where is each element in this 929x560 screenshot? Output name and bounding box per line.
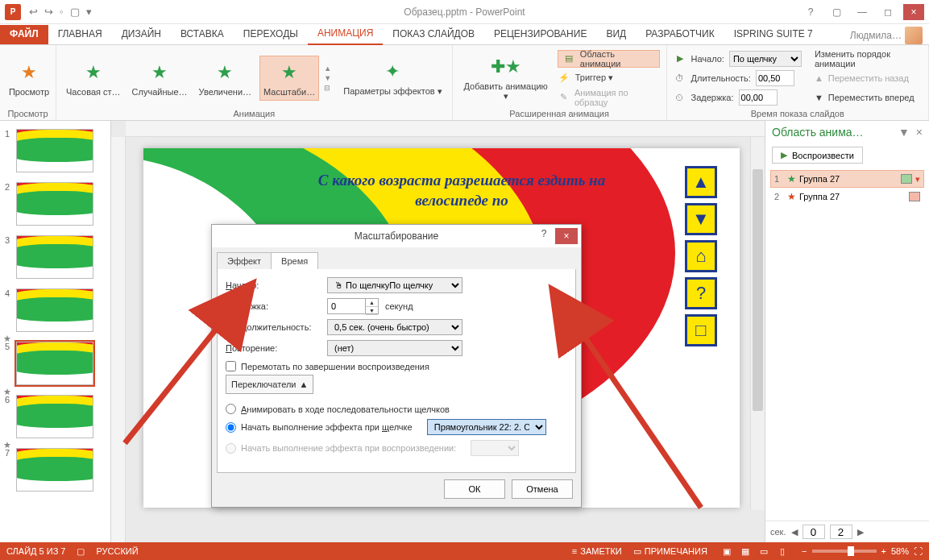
thumb-slide-2[interactable] [16, 182, 93, 226]
animation-pane-button[interactable]: ▤Область анимации [558, 50, 660, 68]
trigger-button[interactable]: ⚡Триггер ▾ [558, 69, 660, 87]
language-indicator[interactable]: РУССКИЙ [96, 546, 138, 556]
nav-up-button[interactable]: ▲ [685, 166, 717, 198]
dialog-tab-time[interactable]: Время [271, 252, 318, 269]
gallery-down-icon[interactable]: ▼ [324, 74, 335, 82]
anim-item-2[interactable]: 2 ★ Группа 27 [770, 188, 924, 205]
anim-clock[interactable]: ★Часовая ст… [63, 56, 124, 100]
gallery-more-icon[interactable]: ⊟ [324, 84, 335, 92]
nav-down-button[interactable]: ▼ [685, 203, 717, 235]
anim-scale[interactable]: ★Масштаби… [259, 56, 319, 101]
nav-home-button[interactable]: ⌂ [685, 240, 717, 272]
tab-ispring[interactable]: ISPRING SUITE 7 [724, 25, 823, 44]
gallery-up-icon[interactable]: ▲ [324, 64, 335, 73]
pane-dropdown-icon[interactable]: ▼ [898, 126, 910, 139]
dlg-delay-input[interactable] [327, 298, 366, 314]
anim-item-1[interactable]: 1 ★ Группа 27 ▾ [770, 170, 924, 188]
timeline-end-input[interactable] [830, 525, 852, 539]
thumb-number: 5 [5, 342, 13, 351]
timeline-start-input[interactable] [803, 525, 825, 539]
account-user[interactable]: Людмила… [850, 27, 929, 44]
tab-file[interactable]: ФАЙЛ [0, 25, 48, 44]
app-icon: P [5, 4, 21, 20]
qat-start-icon[interactable]: ◦ [60, 6, 64, 18]
qat-undo-icon[interactable]: ↩ [29, 6, 38, 18]
minimize-icon[interactable]: — [852, 4, 873, 20]
move-later-button[interactable]: ▼Переместить вперед [815, 89, 922, 106]
dlg-start-select[interactable]: 🖱 По щелчкуПо щелчку [327, 277, 462, 293]
zoom-out-icon[interactable]: − [802, 546, 807, 556]
add-animation-button[interactable]: ✚★Добавить анимацию ▾ [459, 51, 553, 105]
maximize-icon[interactable]: ◻ [877, 4, 898, 20]
tab-insert[interactable]: ВСТАВКА [171, 25, 234, 44]
fit-icon[interactable]: ⛶ [914, 546, 923, 556]
dlg-radio-onclick[interactable] [226, 422, 236, 433]
effect-options-button[interactable]: ✦Параметры эффектов ▾ [340, 56, 445, 100]
tab-animations[interactable]: АНИМАЦИЯ [308, 24, 383, 45]
anim-index: 1 [774, 174, 784, 184]
editor-scrollbar[interactable] [750, 137, 765, 510]
tab-home[interactable]: ГЛАВНАЯ [48, 25, 112, 44]
notes-button[interactable]: ≡ЗАМЕТКИ [572, 546, 622, 556]
spin-down-icon[interactable]: ▼ [366, 307, 378, 315]
anim-random[interactable]: ★Случайные… [129, 56, 191, 100]
pane-close-icon[interactable]: × [916, 126, 923, 139]
qat-item-icon[interactable]: ▢ [70, 6, 80, 18]
dlg-duration-select[interactable]: 0,5 сек. (очень быстро) [327, 319, 462, 335]
start-icon: ▶ [674, 52, 686, 65]
tab-review[interactable]: РЕЦЕНЗИРОВАНИЕ [484, 25, 596, 44]
dialog-titlebar[interactable]: Масштабирование ? × [212, 225, 581, 247]
qat-more-icon[interactable]: ▾ [86, 6, 92, 18]
dialog-tab-effect[interactable]: Эффект [217, 252, 272, 269]
dlg-radio-sequence[interactable] [226, 404, 236, 414]
animation-pane: Область анима… ▼× ▶Воспроизвести 1 ★ Гру… [765, 121, 929, 542]
thumb-slide-5[interactable] [16, 342, 93, 385]
spin-up-icon[interactable]: ▲ [366, 299, 378, 307]
dlg-trigger-select[interactable]: Прямоугольник 22: 2. С 13 ле [427, 419, 546, 435]
qat-redo-icon[interactable]: ↪ [44, 6, 53, 18]
zoom-slider[interactable] [812, 550, 877, 553]
anim-menu-icon[interactable]: ▾ [915, 174, 920, 185]
tab-design[interactable]: ДИЗАЙН [112, 25, 171, 44]
thumb-slide-6[interactable] [16, 395, 93, 438]
nav-help-button[interactable]: ? [685, 277, 717, 309]
move-earlier-button: ▲Переместить назад [815, 69, 922, 87]
tl-next-icon[interactable]: ▶ [857, 527, 864, 537]
dialog-help-icon[interactable]: ? [534, 228, 554, 244]
anim-index: 2 [774, 192, 784, 201]
tab-transitions[interactable]: ПЕРЕХОДЫ [234, 25, 308, 44]
reading-view-icon[interactable]: ▭ [756, 546, 772, 557]
dlg-rewind-checkbox[interactable] [226, 361, 236, 371]
zoom-in-icon[interactable]: + [881, 546, 886, 556]
duration-input[interactable] [756, 70, 794, 86]
play-button[interactable]: ▶Воспроизвести [772, 147, 863, 164]
dlg-cancel-button[interactable]: Отмена [512, 479, 573, 499]
ribbon-display-icon[interactable]: ▢ [826, 4, 847, 20]
thumb-slide-1[interactable] [16, 129, 93, 172]
dlg-triggers-toggle[interactable]: Переключатели▲ [226, 375, 313, 394]
thumb-slide-3[interactable] [16, 235, 93, 279]
tab-view[interactable]: ВИД [596, 25, 636, 44]
close-icon[interactable]: × [903, 4, 924, 20]
zoom-value[interactable]: 58% [891, 546, 909, 556]
delay-input[interactable] [739, 89, 778, 106]
dlg-repeat-select[interactable]: (нет) [327, 340, 462, 356]
nav-doc-button[interactable]: □ [685, 314, 717, 346]
anim-zoom-in[interactable]: ★Увеличени… [196, 56, 255, 100]
comments-button[interactable]: ▭ПРИМЕЧАНИЯ [633, 546, 707, 557]
help-icon[interactable]: ? [800, 4, 821, 20]
spell-icon[interactable]: ▢ [77, 546, 85, 557]
thumb-slide-7[interactable] [16, 448, 93, 492]
normal-view-icon[interactable]: ▣ [719, 546, 735, 557]
tab-slideshow[interactable]: ПОКАЗ СЛАЙДОВ [383, 25, 484, 44]
dlg-ok-button[interactable]: ОК [444, 479, 505, 499]
start-select[interactable]: По щелчку [729, 51, 802, 67]
tab-developer[interactable]: РАЗРАБОТЧИК [636, 25, 724, 44]
dialog-close-icon[interactable]: × [555, 228, 578, 244]
preview-button[interactable]: ★Просмотр [6, 56, 52, 100]
sorter-view-icon[interactable]: ▦ [737, 546, 753, 557]
slide-thumbnails[interactable]: 1 2 3 4★ 5★ 6★ 7 [0, 121, 111, 542]
tl-prev-icon[interactable]: ◀ [791, 527, 798, 537]
slideshow-view-icon[interactable]: ▯ [774, 546, 790, 557]
thumb-slide-4[interactable] [16, 288, 93, 332]
